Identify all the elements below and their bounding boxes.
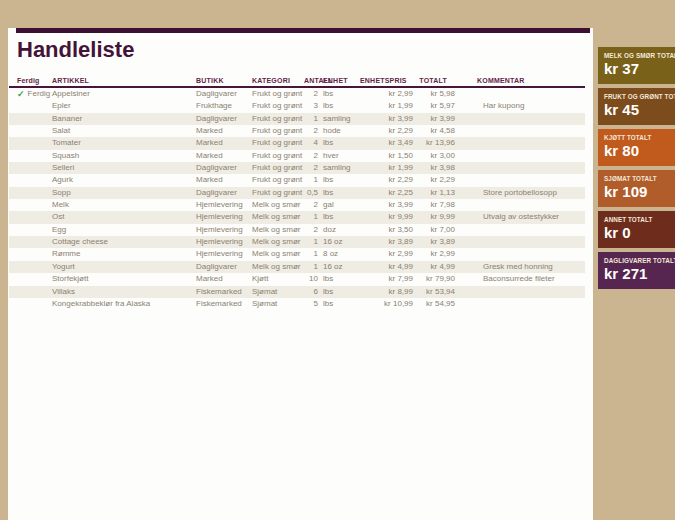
artikkel-cell[interactable]: Epler: [52, 100, 196, 112]
artikkel-cell[interactable]: Salat: [52, 125, 196, 137]
butikk-cell[interactable]: Fiskemarked: [196, 298, 252, 310]
kategori-cell[interactable]: Sjømat: [252, 298, 304, 310]
enhetspris-cell[interactable]: kr 3,99: [358, 199, 413, 211]
kategori-cell[interactable]: Frukt og grønt: [252, 125, 304, 137]
ferdig-cell[interactable]: [9, 150, 52, 162]
table-row[interactable]: Agurk Marked Frukt og grønt 1 lbs kr 2,2…: [9, 174, 585, 186]
antall-cell[interactable]: 1: [304, 236, 318, 248]
butikk-cell[interactable]: Hjemlevering: [196, 236, 252, 248]
artikkel-cell[interactable]: Sopp: [52, 187, 196, 199]
butikk-cell[interactable]: Dagligvarer: [196, 187, 252, 199]
totalt-cell[interactable]: kr 53,94: [413, 286, 455, 298]
enhetspris-cell[interactable]: kr 3,99: [358, 113, 413, 125]
category-total-card[interactable]: DAGLIGVARER TOTALT kr 271: [598, 252, 675, 289]
totalt-cell[interactable]: kr 5,98: [413, 88, 455, 100]
kategori-cell[interactable]: Melk og smør: [252, 211, 304, 223]
table-row[interactable]: Sopp Dagligvarer Frukt og grønt 0,5 lbs …: [9, 187, 585, 199]
table-row[interactable]: Ost Hjemlevering Melk og smør 1 lbs kr 9…: [9, 211, 585, 223]
enhetspris-cell[interactable]: kr 3,89: [358, 236, 413, 248]
butikk-cell[interactable]: Hjemlevering: [196, 211, 252, 223]
enhet-cell[interactable]: lbs: [318, 286, 358, 298]
antall-cell[interactable]: 1: [304, 248, 318, 260]
artikkel-cell[interactable]: Tomater: [52, 137, 196, 149]
totalt-cell[interactable]: kr 7,98: [413, 199, 455, 211]
table-row[interactable]: Kongekrabbeklør fra Alaska Fiskemarked S…: [9, 298, 585, 310]
butikk-cell[interactable]: Dagligvarer: [196, 88, 252, 100]
butikk-cell[interactable]: Dagligvarer: [196, 113, 252, 125]
kategori-cell[interactable]: Kjøtt: [252, 273, 304, 285]
enhet-cell[interactable]: lbs: [318, 174, 358, 186]
enhet-cell[interactable]: doz: [318, 224, 358, 236]
antall-cell[interactable]: 2: [304, 150, 318, 162]
ferdig-cell[interactable]: [9, 137, 52, 149]
antall-cell[interactable]: 6: [304, 286, 318, 298]
antall-cell[interactable]: 2: [304, 162, 318, 174]
artikkel-cell[interactable]: Rømme: [52, 248, 196, 260]
totalt-cell[interactable]: kr 1,13: [413, 187, 455, 199]
ferdig-cell[interactable]: [9, 298, 52, 310]
table-row[interactable]: Selleri Dagligvarer Frukt og grønt 2 sam…: [9, 162, 585, 174]
kategori-cell[interactable]: Frukt og grønt: [252, 137, 304, 149]
ferdig-cell[interactable]: [9, 100, 52, 112]
totalt-cell[interactable]: kr 2,29: [413, 174, 455, 186]
ferdig-cell[interactable]: [9, 224, 52, 236]
table-row[interactable]: Epler Frukthage Frukt og grønt 3 lbs kr …: [9, 100, 585, 112]
enhet-cell[interactable]: lbs: [318, 187, 358, 199]
totalt-cell[interactable]: kr 5,97: [413, 100, 455, 112]
artikkel-cell[interactable]: Kongekrabbeklør fra Alaska: [52, 298, 196, 310]
butikk-cell[interactable]: Hjemlevering: [196, 248, 252, 260]
artikkel-cell[interactable]: Agurk: [52, 174, 196, 186]
table-row[interactable]: Rømme Hjemlevering Melk og smør 1 8 oz k…: [9, 248, 585, 260]
totalt-cell[interactable]: kr 7,00: [413, 224, 455, 236]
artikkel-cell[interactable]: Melk: [52, 199, 196, 211]
ferdig-cell[interactable]: [9, 125, 52, 137]
antall-cell[interactable]: 2: [304, 199, 318, 211]
kommentar-cell[interactable]: Gresk med honning: [455, 261, 585, 273]
enhetspris-cell[interactable]: kr 10,99: [358, 298, 413, 310]
kategori-cell[interactable]: Melk og smør: [252, 236, 304, 248]
butikk-cell[interactable]: Marked: [196, 125, 252, 137]
kategori-cell[interactable]: Frukt og grønt: [252, 187, 304, 199]
kommentar-cell[interactable]: [455, 150, 585, 162]
table-row[interactable]: Tomater Marked Frukt og grønt 4 lbs kr 3…: [9, 137, 585, 149]
butikk-cell[interactable]: Marked: [196, 174, 252, 186]
antall-cell[interactable]: 1: [304, 261, 318, 273]
enhetspris-cell[interactable]: kr 2,25: [358, 187, 413, 199]
enhetspris-cell[interactable]: kr 3,49: [358, 137, 413, 149]
artikkel-cell[interactable]: Yogurt: [52, 261, 196, 273]
enhet-cell[interactable]: lbs: [318, 211, 358, 223]
kategori-cell[interactable]: Melk og smør: [252, 248, 304, 260]
kommentar-cell[interactable]: Utvalg av ostestykker: [455, 211, 585, 223]
antall-cell[interactable]: 10: [304, 273, 318, 285]
enhetspris-cell[interactable]: kr 1,50: [358, 150, 413, 162]
enhet-cell[interactable]: hode: [318, 125, 358, 137]
enhetspris-cell[interactable]: kr 9,99: [358, 211, 413, 223]
kommentar-cell[interactable]: [455, 236, 585, 248]
category-total-card[interactable]: MELK OG SMØR TOTALT kr 37: [598, 47, 675, 84]
enhet-cell[interactable]: lbs: [318, 298, 358, 310]
butikk-cell[interactable]: Marked: [196, 137, 252, 149]
antall-cell[interactable]: 2: [304, 125, 318, 137]
kommentar-cell[interactable]: [455, 88, 585, 100]
ferdig-cell[interactable]: ✓Ferdig: [9, 88, 52, 100]
ferdig-cell[interactable]: [9, 261, 52, 273]
category-total-card[interactable]: ANNET TOTALT kr 0: [598, 211, 675, 248]
enhet-cell[interactable]: gal: [318, 199, 358, 211]
kategori-cell[interactable]: Frukt og grønt: [252, 150, 304, 162]
table-row[interactable]: Salat Marked Frukt og grønt 2 hode kr 2,…: [9, 125, 585, 137]
enhetspris-cell[interactable]: kr 2,99: [358, 248, 413, 260]
butikk-cell[interactable]: Dagligvarer: [196, 261, 252, 273]
butikk-cell[interactable]: Marked: [196, 150, 252, 162]
kommentar-cell[interactable]: [455, 298, 585, 310]
enhetspris-cell[interactable]: kr 1,99: [358, 100, 413, 112]
category-total-card[interactable]: SJØMAT TOTALT kr 109: [598, 170, 675, 207]
antall-cell[interactable]: 0,5: [304, 187, 318, 199]
totalt-cell[interactable]: kr 2,99: [413, 248, 455, 260]
enhetspris-cell[interactable]: kr 2,29: [358, 174, 413, 186]
kommentar-cell[interactable]: Store portobellosopp: [455, 187, 585, 199]
totalt-cell[interactable]: kr 3,00: [413, 150, 455, 162]
butikk-cell[interactable]: Dagligvarer: [196, 162, 252, 174]
totalt-cell[interactable]: kr 3,98: [413, 162, 455, 174]
ferdig-cell[interactable]: [9, 187, 52, 199]
ferdig-cell[interactable]: [9, 248, 52, 260]
